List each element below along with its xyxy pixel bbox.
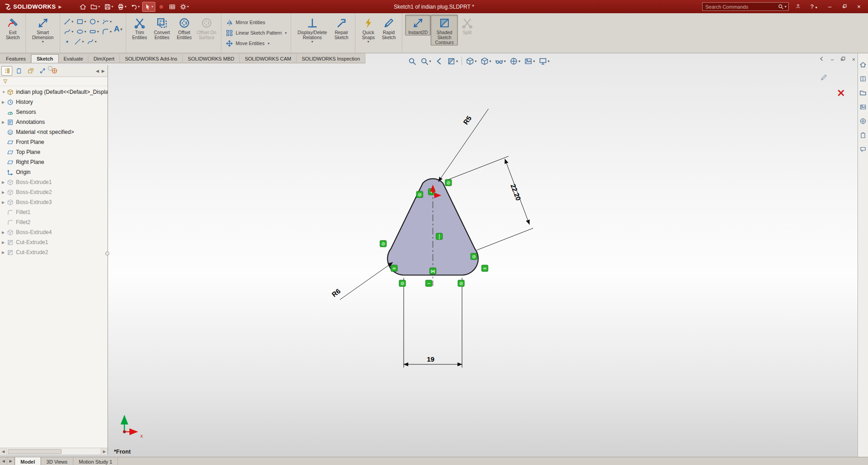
- tree-item-history[interactable]: ▶ History: [0, 97, 108, 107]
- tree-item-material[interactable]: Material <not specified>: [0, 127, 108, 137]
- linear-sketch-pattern-button[interactable]: Linear Sketch Pattern ▾: [224, 28, 288, 38]
- edit-appearance-button[interactable]: ▾: [508, 56, 521, 66]
- relation-tangent-badge[interactable]: ⊘: [471, 253, 477, 260]
- tree-horizontal-scrollbar[interactable]: ◀ ▶: [0, 448, 108, 455]
- ellipse-tool-button[interactable]: ▾: [76, 27, 87, 36]
- tree-item-boss-extrude1[interactable]: ▶ Boss-Extrude1: [0, 177, 108, 187]
- select-tool-button[interactable]: ▾: [142, 2, 155, 12]
- tree-item-cut-extrude1[interactable]: ▶ Cut-Extrude1: [0, 237, 108, 247]
- design-library-button[interactable]: [859, 75, 867, 83]
- scroll-right-icon[interactable]: ▶: [101, 448, 108, 455]
- expander-icon[interactable]: ▼: [2, 90, 7, 94]
- chevron-down-icon[interactable]: ▾: [267, 41, 269, 46]
- options-button[interactable]: ▾: [178, 2, 190, 12]
- motion-study-tab[interactable]: Motion Study 1: [73, 457, 118, 465]
- scrollbar-thumb[interactable]: [8, 449, 62, 454]
- login-button[interactable]: [792, 3, 803, 10]
- scroll-left-icon[interactable]: ◀: [0, 448, 7, 455]
- search-scope-caret-icon[interactable]: ▾: [785, 5, 786, 9]
- corner-rectangle-tool-button[interactable]: ▾: [76, 17, 87, 26]
- split-entities-button[interactable]: Split: [458, 15, 476, 36]
- exit-sketch-corner-button[interactable]: [820, 73, 828, 83]
- tree-filter-bar[interactable]: [0, 77, 108, 86]
- solidworks-logo[interactable]: SOLIDWORKS ▶: [0, 3, 66, 10]
- tab-addins[interactable]: SOLIDWORKS Add-Ins: [120, 55, 183, 63]
- maximize-button[interactable]: [839, 3, 850, 10]
- tab-evaluate[interactable]: Evaluate: [59, 55, 89, 63]
- trim-entities-button[interactable]: Trim Entities: [129, 15, 150, 41]
- file-explorer-button[interactable]: [859, 89, 867, 97]
- dimension-bottom-width[interactable]: 19: [404, 278, 462, 368]
- open-button[interactable]: ▾: [89, 2, 101, 12]
- rapid-sketch-button[interactable]: Rapid Sketch: [378, 15, 399, 41]
- section-view-button[interactable]: ▾: [446, 56, 459, 66]
- command-search[interactable]: ▾: [702, 2, 789, 11]
- chevron-down-icon[interactable]: ▾: [367, 40, 369, 44]
- quick-snaps-button[interactable]: Quick Snaps ▾: [358, 15, 378, 44]
- custom-properties-button[interactable]: [859, 131, 867, 139]
- relation-tangent-badge[interactable]: ⊘: [380, 240, 386, 247]
- panel-collapse-handle[interactable]: [48, 66, 52, 71]
- doc-restore-button[interactable]: [840, 56, 846, 63]
- undo-button[interactable]: ▾: [129, 2, 141, 12]
- display-delete-relations-button[interactable]: Display/Delete Relations ▾: [294, 15, 330, 44]
- 3d-views-tab[interactable]: 3D Views: [41, 457, 73, 465]
- close-button[interactable]: ×: [853, 3, 864, 10]
- equation-curve-tool-button[interactable]: ▾: [86, 37, 97, 46]
- rebuild-button[interactable]: [156, 2, 166, 12]
- circle-tool-button[interactable]: ▾: [88, 17, 99, 26]
- chevron-down-icon[interactable]: ▾: [285, 31, 287, 35]
- spline-tool-button[interactable]: ▾: [63, 27, 74, 36]
- tab-inspection[interactable]: SOLIDWORKS Inspection: [297, 55, 365, 63]
- smart-dimension-button[interactable]: Smart Dimension ▾: [29, 15, 57, 44]
- print-button[interactable]: ▾: [116, 2, 128, 12]
- sketch-fillet-tool-button[interactable]: ▾: [101, 27, 112, 36]
- text-tool-button[interactable]: A▾: [112, 15, 123, 34]
- relation-tangent-badge[interactable]: ⊘: [458, 280, 464, 286]
- apply-scene-button[interactable]: ▾: [523, 56, 536, 66]
- point-tool-button[interactable]: [63, 37, 72, 46]
- chevron-down-icon[interactable]: ▾: [42, 40, 44, 44]
- centerpoint-arc-tool-button[interactable]: ▾: [101, 17, 112, 26]
- tree-item-annotations[interactable]: ▶ Annotations: [0, 117, 108, 127]
- doc-minimize-button[interactable]: –: [831, 56, 834, 63]
- help-button[interactable]: ? ▾: [807, 3, 821, 10]
- view-orientation-button[interactable]: ▾: [465, 56, 478, 66]
- file-properties-button[interactable]: [167, 2, 177, 12]
- tree-item-top-plane[interactable]: Top Plane: [0, 147, 108, 157]
- tab-mbd[interactable]: SOLIDWORKS MBD: [183, 55, 240, 63]
- instant2d-toggle[interactable]: Instant2D: [405, 15, 431, 36]
- panel-splitter-handle[interactable]: [105, 251, 109, 255]
- graphics-area[interactable]: 19 22.20 R5 R6 ⊘ ⊘ • ⊘ │ ⊘ = = ⊘ ⊘ ⋈ ─: [0, 53, 868, 457]
- exit-sketch-button[interactable]: Exit Sketch: [3, 15, 23, 41]
- relation-equal-badge[interactable]: =: [482, 265, 488, 271]
- propertymanager-tab[interactable]: [13, 66, 24, 76]
- centerline-tool-button[interactable]: ▾: [73, 37, 84, 46]
- chevron-down-icon[interactable]: ▾: [311, 40, 313, 44]
- line-tool-button[interactable]: ▾: [63, 17, 74, 26]
- display-style-button[interactable]: ▾: [479, 56, 492, 66]
- expander-icon[interactable]: ▶: [2, 180, 7, 184]
- expander-icon[interactable]: ▶: [2, 240, 7, 245]
- tab-scroll-left-icon[interactable]: ◀: [0, 457, 7, 465]
- offset-entities-button[interactable]: Offset Entities: [174, 15, 195, 41]
- repair-sketch-button[interactable]: Repair Sketch: [330, 15, 352, 41]
- convert-entities-button[interactable]: Convert Entities: [150, 15, 174, 41]
- relation-tangent-badge[interactable]: ⊘: [399, 280, 406, 286]
- tree-item-origin[interactable]: Origin: [0, 167, 108, 177]
- tab-sketch[interactable]: Sketch: [31, 54, 58, 63]
- expander-icon[interactable]: ▶: [2, 120, 7, 124]
- logo-expand-arrow-icon[interactable]: ▶: [59, 5, 62, 9]
- mirror-entities-button[interactable]: Mirror Entities: [224, 17, 288, 27]
- expander-icon[interactable]: ▶: [2, 230, 7, 235]
- straight-slot-tool-button[interactable]: ▾: [88, 27, 99, 36]
- tree-item-boss-extrude4[interactable]: ▶ Boss-Extrude4: [0, 227, 108, 237]
- relation-tangent-badge[interactable]: ⊘: [445, 179, 452, 186]
- tree-item-sensors[interactable]: Sensors: [0, 107, 108, 117]
- welcome-home-button[interactable]: [78, 2, 88, 12]
- tree-root-item[interactable]: ▼ indian plug (Default<<Default>_Display: [0, 87, 108, 97]
- tree-item-cut-extrude2[interactable]: ▶ Cut-Extrude2: [0, 247, 108, 257]
- tab-scroll-right-icon[interactable]: ▶: [7, 457, 15, 465]
- tree-item-front-plane[interactable]: Front Plane: [0, 137, 108, 147]
- tree-item-boss-extrude3[interactable]: ▶ Boss-Extrude3: [0, 197, 108, 207]
